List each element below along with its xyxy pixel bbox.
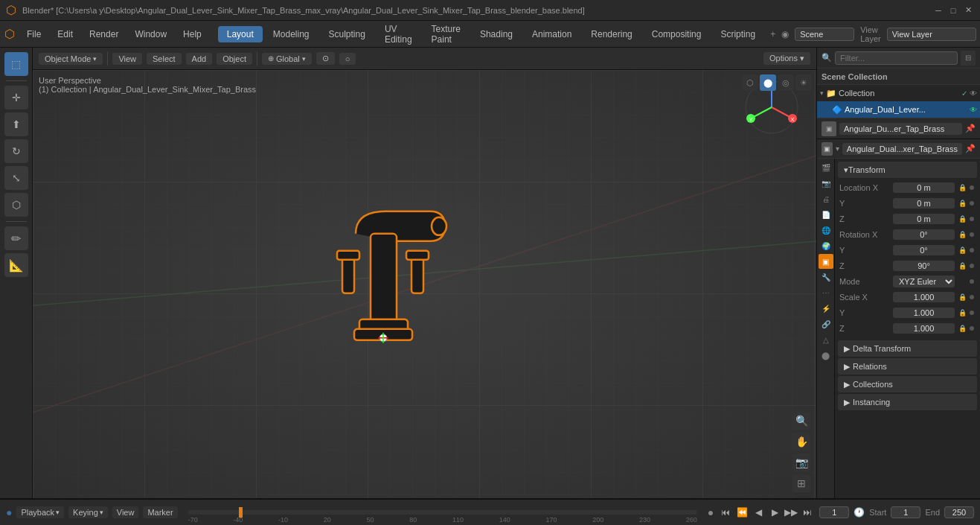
material-preview-button[interactable]: ◎ bbox=[778, 74, 794, 91]
collection-check-icon[interactable]: ✓ bbox=[961, 89, 967, 98]
menu-render[interactable]: Render bbox=[82, 26, 126, 42]
menu-file[interactable]: File bbox=[19, 26, 48, 42]
collections-section[interactable]: ▶ Collections bbox=[838, 376, 977, 392]
zoom-button[interactable]: 🔍 bbox=[792, 412, 810, 430]
location-x-input[interactable]: 0 m bbox=[893, 182, 955, 193]
view-timeline-button[interactable]: View bbox=[112, 506, 139, 518]
world-props-icon[interactable]: 🌍 bbox=[819, 238, 833, 253]
move-tool-button[interactable]: ⬆ bbox=[4, 112, 28, 136]
workspace-scripting[interactable]: Scripting bbox=[711, 26, 764, 42]
snap-button[interactable]: ⊙ bbox=[316, 52, 335, 65]
rotation-y-lock-icon[interactable]: 🔒 bbox=[956, 246, 968, 254]
record-button[interactable]: ● bbox=[708, 506, 714, 518]
transform-dropdown[interactable]: ⊕ Global ▾ bbox=[262, 53, 312, 65]
particles-props-icon[interactable]: ⋯ bbox=[819, 285, 833, 300]
workspace-rendering[interactable]: Rendering bbox=[582, 26, 641, 42]
object-menu-button[interactable]: Object bbox=[217, 53, 252, 65]
location-y-input[interactable]: 0 m bbox=[893, 198, 955, 209]
render-props-icon[interactable]: 📷 bbox=[819, 176, 833, 191]
step-forward-button[interactable]: ▶▶ bbox=[784, 505, 798, 520]
workspace-texture-paint[interactable]: Texture Paint bbox=[423, 21, 470, 48]
relations-section[interactable]: ▶ Relations bbox=[838, 358, 977, 375]
cursor-tool-button[interactable]: ✛ bbox=[4, 86, 28, 109]
physics-props-icon[interactable]: ⚡ bbox=[819, 301, 833, 316]
angular-lever-eye-icon[interactable]: 👁 bbox=[970, 106, 977, 114]
collection-eye-icon[interactable]: 👁 bbox=[970, 89, 977, 98]
angular-lever-row[interactable]: 🔷 Angular_Dual_Lever... 👁 bbox=[817, 101, 980, 118]
grid-view-button[interactable]: ⊞ bbox=[792, 474, 810, 492]
workspace-modeling[interactable]: Modeling bbox=[264, 26, 318, 42]
annotate-tool-button[interactable]: ✏ bbox=[4, 226, 28, 250]
instancing-section[interactable]: ▶ Instancing bbox=[838, 394, 977, 410]
timeline-scrubber[interactable]: -70-40-10205080110140170200230260 bbox=[188, 510, 697, 515]
workspace-sculpting[interactable]: Sculpting bbox=[320, 26, 374, 42]
keying-button[interactable]: Keying ▾ bbox=[68, 506, 108, 518]
scene-data-props-icon[interactable]: 🌐 bbox=[819, 223, 833, 238]
prev-keyframe-button[interactable]: ⏪ bbox=[734, 505, 749, 520]
maximize-button[interactable]: □ bbox=[947, 4, 959, 16]
pan-button[interactable]: ✋ bbox=[792, 433, 810, 451]
material-props-icon[interactable]: ⬤ bbox=[819, 348, 833, 363]
object-dropdown-icon[interactable]: ▾ bbox=[836, 144, 839, 153]
delta-transform-section[interactable]: ▶ Delta Transform bbox=[838, 340, 977, 357]
filter-button[interactable]: ⊟ bbox=[961, 51, 976, 66]
add-menu-button[interactable]: Add bbox=[186, 53, 213, 65]
start-frame-input[interactable]: 1 bbox=[891, 506, 920, 518]
workspace-compositing[interactable]: Compositing bbox=[643, 26, 711, 42]
blender-menu-icon[interactable]: ⬡ bbox=[4, 27, 15, 41]
scale-y-lock-icon[interactable]: 🔒 bbox=[956, 309, 968, 316]
rotation-z-input[interactable]: 90° bbox=[893, 261, 955, 271]
jump-start-button[interactable]: ⏮ bbox=[718, 505, 733, 520]
location-y-lock-icon[interactable]: 🔒 bbox=[956, 200, 968, 207]
next-keyframe-button[interactable]: ⏭ bbox=[800, 505, 815, 520]
menu-edit[interactable]: Edit bbox=[50, 26, 80, 42]
location-z-lock-icon[interactable]: 🔒 bbox=[956, 215, 968, 223]
scene-props-icon[interactable]: 🎬 bbox=[819, 160, 833, 175]
location-x-lock-icon[interactable]: 🔒 bbox=[956, 184, 968, 191]
location-z-input[interactable]: 0 m bbox=[893, 214, 955, 224]
rotation-mode-select[interactable]: XYZ Euler bbox=[893, 276, 955, 287]
scene-input[interactable] bbox=[795, 28, 854, 41]
scale-x-lock-icon[interactable]: 🔒 bbox=[956, 293, 968, 301]
workspace-shading[interactable]: Shading bbox=[471, 26, 522, 42]
rotate-tool-button[interactable]: ↻ bbox=[4, 139, 28, 163]
collection-row[interactable]: ▾ 📁 Collection ✓ 👁 bbox=[817, 85, 980, 101]
options-button[interactable]: Options ▾ bbox=[763, 52, 810, 65]
menu-help[interactable]: Help bbox=[176, 26, 209, 42]
scale-z-lock-icon[interactable]: 🔒 bbox=[956, 325, 968, 332]
data-name-field[interactable]: Angular_Dual...xer_Tap_Brass bbox=[842, 143, 962, 155]
scale-tool-button[interactable]: ⤡ bbox=[4, 166, 28, 190]
camera-view-button[interactable]: 📷 bbox=[792, 454, 810, 471]
scale-z-input[interactable]: 1.000 bbox=[893, 323, 955, 334]
mode-selector[interactable]: Object Mode ▾ bbox=[39, 53, 103, 65]
play-button[interactable]: ▶ bbox=[767, 505, 782, 520]
close-button[interactable]: ✕ bbox=[962, 4, 974, 16]
rotation-x-lock-icon[interactable]: 🔒 bbox=[956, 231, 968, 238]
solid-button[interactable]: ⬤ bbox=[760, 74, 776, 91]
transform-tool-button[interactable]: ⬡ bbox=[4, 193, 28, 217]
current-frame-input[interactable]: 1 bbox=[819, 506, 849, 518]
view-layer-props-icon[interactable]: 📄 bbox=[819, 207, 833, 222]
marker-button[interactable]: Marker bbox=[143, 506, 177, 518]
constraints-props-icon[interactable]: 🔗 bbox=[819, 316, 833, 331]
scale-y-input[interactable]: 1.000 bbox=[893, 308, 955, 318]
rotation-z-lock-icon[interactable]: 🔒 bbox=[956, 262, 968, 270]
playback-button[interactable]: Playback ▾ bbox=[16, 506, 64, 518]
viewlayer-input[interactable] bbox=[887, 28, 976, 41]
select-tool-button[interactable]: ⬚ bbox=[4, 52, 28, 76]
select-menu-button[interactable]: Select bbox=[147, 53, 182, 65]
output-props-icon[interactable]: 🖨 bbox=[819, 191, 833, 206]
rendered-button[interactable]: ☀ bbox=[795, 74, 812, 91]
workspace-uv-editing[interactable]: UV Editing bbox=[376, 21, 421, 48]
measure-tool-button[interactable]: 📐 bbox=[4, 253, 28, 277]
modifier-props-icon[interactable]: 🔧 bbox=[819, 270, 833, 284]
wireframe-button[interactable]: ⬡ bbox=[742, 74, 758, 91]
workspace-layout[interactable]: Layout bbox=[218, 26, 263, 42]
object-props-icon[interactable]: ▣ bbox=[819, 254, 833, 269]
data-props-icon[interactable]: △ bbox=[819, 332, 833, 347]
add-workspace-button[interactable]: + bbox=[766, 28, 780, 41]
rotation-y-input[interactable]: 0° bbox=[893, 245, 955, 255]
view-menu-button[interactable]: View bbox=[112, 53, 142, 65]
proportional-button[interactable]: ○ bbox=[339, 53, 356, 65]
object-name-field[interactable]: Angular_Du...er_Tap_Brass bbox=[839, 123, 962, 135]
